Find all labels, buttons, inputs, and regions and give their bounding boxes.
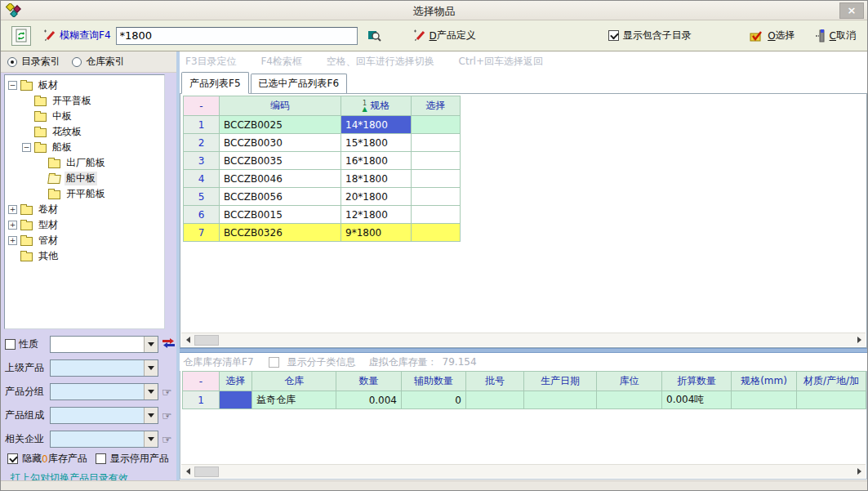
dropdown-arrow-icon[interactable] [144, 384, 158, 399]
swap-icon[interactable] [162, 338, 176, 351]
cell-spec[interactable]: 15*1800 [341, 134, 412, 152]
cell-spec[interactable]: 14*1800 [341, 116, 412, 134]
close-button[interactable]: × [839, 2, 864, 19]
cell-code[interactable]: BCCZB0056 [220, 188, 341, 206]
checked-checkbox-icon[interactable] [7, 453, 18, 464]
cell-code[interactable]: BCCZB0326 [220, 224, 341, 242]
table-row[interactable]: 2BCCZB003015*1800 [184, 134, 461, 152]
cell-pick[interactable] [412, 170, 461, 188]
cell-qty[interactable]: 0.004 [336, 391, 402, 409]
scroll-right-arrow[interactable] [852, 465, 866, 479]
table-row[interactable]: 5BCCZB005620*1800 [184, 188, 461, 206]
cell-pick[interactable] [412, 134, 461, 152]
cell-pick[interactable] [412, 206, 461, 224]
hand-pointer-icon[interactable]: ☞ [162, 433, 172, 446]
column-header-conv-qty[interactable]: 折算数量 [662, 372, 732, 391]
table-row[interactable]: 1益奇仓库0.00400.004吨 [183, 391, 866, 409]
expand-icon[interactable]: + [8, 205, 17, 214]
table-row[interactable]: 3BCCZB003516*1800 [184, 152, 461, 170]
product-define-link[interactable]: D产品定义 [430, 29, 476, 42]
cell-index[interactable]: 7 [184, 224, 220, 242]
tree-item[interactable]: 开平普板 [5, 93, 164, 109]
scroll-thumb[interactable] [194, 466, 219, 477]
cell-code[interactable]: BCCZB0025 [220, 116, 341, 134]
cell-spec[interactable]: 18*1800 [341, 170, 412, 188]
horizontal-scrollbar[interactable] [181, 333, 866, 346]
related-company-select[interactable] [50, 431, 158, 448]
checkbox-icon[interactable] [96, 453, 106, 464]
tree-item[interactable]: 出厂船板 [5, 155, 164, 171]
tab-product-list[interactable]: 产品列表F5 [181, 72, 249, 94]
cell-index[interactable]: 6 [184, 206, 220, 224]
collapse-icon[interactable]: − [22, 143, 31, 152]
dropdown-arrow-icon[interactable] [144, 431, 158, 447]
tree-item[interactable]: 开平船板 [5, 186, 164, 202]
cell-warehouse[interactable]: 益奇仓库 [252, 391, 336, 409]
cell-code[interactable]: BCCZB0030 [220, 134, 341, 152]
refresh-document-button[interactable] [11, 26, 31, 46]
catalog-index-radio[interactable]: 目录索引 [7, 55, 60, 69]
tab-selected-products[interactable]: 已选中产品列表F6 [251, 74, 348, 93]
product-group-select[interactable] [50, 383, 158, 400]
scroll-thumb[interactable] [194, 335, 219, 346]
cell-code[interactable]: BCCZB0035 [220, 152, 341, 170]
tree-item[interactable]: +型材 [5, 217, 164, 233]
cell-prod-date[interactable] [524, 391, 597, 409]
expand-icon[interactable]: + [8, 221, 17, 230]
column-header-pick[interactable]: 选择 [220, 372, 252, 391]
tree-item[interactable]: 中板 [5, 109, 164, 124]
scroll-left-arrow[interactable] [181, 465, 194, 479]
cell-spec[interactable]: 9*1800 [341, 224, 412, 242]
tree-item[interactable]: 其他 [5, 248, 164, 264]
column-header-qty[interactable]: 数量 [336, 372, 402, 391]
tree-item[interactable]: 船中板 [5, 171, 164, 186]
cell-code[interactable]: BCCZB0015 [220, 206, 341, 224]
radio-icon[interactable] [72, 57, 82, 67]
checked-checkbox-icon[interactable] [608, 30, 619, 41]
cell-location[interactable] [597, 391, 662, 409]
scroll-right-arrow[interactable] [852, 333, 866, 347]
tree-item[interactable]: +管材 [5, 233, 164, 248]
cell-index[interactable]: 5 [184, 188, 220, 206]
catalog-tree[interactable]: −板材开平普板中板花纹板−船板出厂船板船中板开平船板+卷材+型材+管材其他 [4, 74, 165, 329]
cancel-button[interactable]: C取消 [815, 29, 856, 42]
hand-pointer-icon[interactable]: ☞ [162, 409, 172, 422]
column-header-prod-date[interactable]: 生产日期 [524, 372, 597, 391]
cell-conv-qty[interactable]: 0.004吨 [662, 391, 732, 409]
cell-pick[interactable] [412, 152, 461, 170]
column-header-aux-qty[interactable]: 辅助数量 [402, 372, 466, 391]
cell-batch[interactable] [466, 391, 524, 409]
cell-spec[interactable]: 20*1800 [341, 188, 412, 206]
show-subdir-checkbox[interactable]: 显示包含子目录 [608, 29, 692, 42]
select-button[interactable]: O选择 [750, 29, 795, 42]
dropdown-arrow-icon[interactable] [144, 360, 158, 376]
cell-pick[interactable] [220, 391, 252, 409]
cell-index[interactable]: 2 [184, 134, 220, 152]
scroll-left-arrow[interactable] [181, 333, 194, 347]
column-header-warehouse[interactable]: 仓库 [252, 372, 336, 391]
tree-item[interactable]: +卷材 [5, 202, 164, 217]
table-row[interactable]: 4BCCZB004618*1800 [184, 170, 461, 188]
cell-index[interactable]: 3 [184, 152, 220, 170]
cell-code[interactable]: BCCZB0046 [220, 170, 341, 188]
cell-index[interactable]: 1 [183, 391, 220, 409]
show-disabled-checkbox[interactable]: 显示停用产品 [96, 452, 169, 466]
column-header-index[interactable]: - [184, 96, 220, 116]
tree-item[interactable]: 花纹板 [5, 124, 164, 140]
column-header-location[interactable]: 库位 [597, 372, 662, 391]
cell-pick[interactable] [412, 224, 461, 242]
cell-spec[interactable]: 12*1800 [341, 206, 412, 224]
cell-aux-qty[interactable]: 0 [402, 391, 466, 409]
cell-pick[interactable] [412, 116, 461, 134]
search-input[interactable] [116, 27, 358, 45]
collapse-icon[interactable]: − [8, 81, 17, 90]
tree-item[interactable]: −板材 [5, 78, 164, 93]
column-header-pick[interactable]: 选择 [412, 96, 461, 116]
table-row[interactable]: 1BCCZB002514*1800 [184, 116, 461, 134]
hide-zero-stock-checkbox[interactable]: 隐藏0库存产品 [7, 452, 87, 466]
table-row[interactable]: 6BCCZB001512*1800 [184, 206, 461, 224]
cell-pick[interactable] [412, 188, 461, 206]
radio-selected-icon[interactable] [7, 57, 17, 67]
cell-material[interactable] [797, 391, 866, 409]
column-header-spec-mm[interactable]: 规格(mm) [732, 372, 797, 391]
